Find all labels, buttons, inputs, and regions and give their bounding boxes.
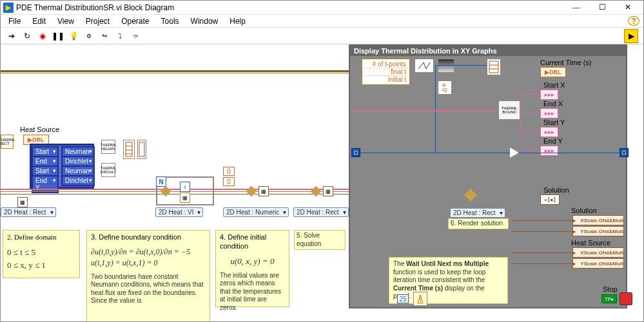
mode-selector-rect[interactable]: 2D Heat : Rect xyxy=(1,207,56,217)
stop-terminal: TF▸ xyxy=(601,294,617,303)
menu-help[interactable]: Help xyxy=(224,15,251,27)
wire xyxy=(520,131,540,132)
note-domain: 2. Define domain 0 ≤ t ≤ 5 0 ≤ x, y ≤ 1 xyxy=(3,230,80,278)
step-into-icon[interactable]: ⤵ xyxy=(114,30,126,42)
build-array-icon-2 xyxy=(137,140,146,159)
thermal-dirichlet-icon: THERML DRCHLT xyxy=(101,163,115,177)
start-x-indicator: ▸▸▸ xyxy=(540,90,558,100)
wire xyxy=(1,73,349,73)
note-header: 5. Solve equation xyxy=(297,232,321,247)
term-text: XScale.Ofst&Mult xyxy=(580,250,623,256)
wire xyxy=(511,231,572,232)
vi-icon-corner[interactable]: ▶ xyxy=(624,29,638,43)
node-icon: ▦ xyxy=(259,186,269,196)
retain-wire-icon[interactable]: ↬ xyxy=(99,30,110,42)
menu-edit[interactable]: Edit xyxy=(27,15,51,27)
term-text: YScale.Ofst&Mult xyxy=(580,261,623,267)
heat-source-yscale: ▸YScale.Ofst&Mult xyxy=(572,258,624,269)
menu-project[interactable]: Project xyxy=(81,15,115,27)
menu-operate[interactable]: Operate xyxy=(116,15,154,27)
run-button[interactable]: ➔ xyxy=(6,30,17,42)
step-over-icon[interactable]: ⤼ xyxy=(130,30,141,42)
cluster-row: # of t-points xyxy=(364,61,408,68)
structure-while-loop[interactable]: Display Thermal Distribution in XY Graph… xyxy=(349,44,627,308)
bundle-node-icon: ▦ xyxy=(17,197,28,207)
menu-file[interactable]: File xyxy=(3,15,26,27)
loop-iteration-icon: i xyxy=(180,182,190,192)
note-text: The initial values are zeros which means… xyxy=(220,272,285,312)
quotient-remainder-icon: R IQ xyxy=(438,80,452,95)
note-header: 2. Define domain xyxy=(7,233,75,242)
structure-header: Display Thermal Distribution in XY Graph… xyxy=(350,46,626,56)
for-loop-n: N xyxy=(156,176,166,187)
svg-rect-8 xyxy=(139,142,144,156)
svg-rect-0 xyxy=(489,61,498,73)
solution-xscale: ▸XScale.Ofst&Mult xyxy=(572,215,624,225)
cluster-row: final t xyxy=(364,68,408,76)
tool-bar: ➔ ↻ ◉ ❚❚ 💡 ⚙︎ ↬ ⤵ ⤼ ▶ xyxy=(1,28,643,44)
wire xyxy=(511,252,572,253)
maximize-button[interactable]: ☐ xyxy=(589,1,615,14)
stop-condition-icon[interactable] xyxy=(620,292,632,305)
run-continuous-button[interactable]: ↻ xyxy=(21,30,33,42)
wire xyxy=(360,153,621,153)
note-text: 6. Render solution xyxy=(451,220,503,227)
block-diagram-canvas[interactable]: Display Thermal Distribution in XY Graph… xyxy=(1,44,643,321)
mode-selector-rect[interactable]: 2D Heat : Rect xyxy=(293,207,349,217)
wire xyxy=(520,149,540,150)
note-line: 0 ≤ t ≤ 5 xyxy=(7,247,75,258)
wait-ms-multiple-icon xyxy=(413,292,427,306)
wire xyxy=(511,263,572,264)
menu-window[interactable]: Window xyxy=(186,15,224,27)
build-table-icon xyxy=(487,59,501,75)
note-boundary: 3. Define boundary condition ∂u(t,0,y)/∂… xyxy=(86,230,210,321)
loop-tunnel xyxy=(620,148,629,157)
svg-rect-4 xyxy=(126,142,132,156)
context-help-icon[interactable]: ? xyxy=(628,16,639,26)
menu-view[interactable]: View xyxy=(52,15,79,27)
term-text: YScale.Ofst&Mult xyxy=(580,229,623,234)
note-line: u(0, x, y) = 0 xyxy=(220,256,285,267)
solution-yscale: ▸YScale.Ofst&Mult xyxy=(572,226,624,236)
enum-endy-label[interactable]: End Y xyxy=(32,175,59,193)
case-node-icon xyxy=(246,186,257,197)
probe-icon[interactable]: ⚙︎ xyxy=(83,30,95,42)
note-header: 3. Define boundary condition xyxy=(91,233,206,242)
note-text: The xyxy=(393,260,406,267)
mode-selector-rect[interactable]: 2D Heat : Rect xyxy=(450,208,505,218)
heat-source-xscale: ▸XScale.Ofst&Mult xyxy=(572,247,624,258)
solution-indicator: ▸[▪] xyxy=(540,194,560,205)
wire xyxy=(617,299,621,299)
render-solution-label: 6. Render solution xyxy=(448,218,509,229)
increment-icon xyxy=(510,147,519,158)
abort-button[interactable]: ◉ xyxy=(37,30,48,42)
wire xyxy=(435,65,487,66)
window-title: PDE Thermal DistributionSR.vi Block Diag… xyxy=(16,3,563,12)
mode-selector-numeric[interactable]: 2D Heat : Numeric xyxy=(223,207,289,217)
heat-source-label: Heat Source xyxy=(20,126,59,133)
stop-label: Stop xyxy=(603,285,618,293)
end-x-label: End X xyxy=(543,100,563,108)
case-node-icon xyxy=(311,186,322,197)
vi-icon: ▶ xyxy=(3,3,14,13)
highlight-exec-icon[interactable]: 💡 xyxy=(68,30,79,42)
start-y-indicator: ▸▸▸ xyxy=(540,127,558,137)
note-text: function is used to keep the loop iterat… xyxy=(393,269,485,284)
start-y-label: Start Y xyxy=(543,118,565,126)
menu-tools[interactable]: Tools xyxy=(156,15,184,27)
menu-bar: File Edit View Project Operate Tools Win… xyxy=(1,15,643,28)
cluster-row: initial t xyxy=(364,76,408,83)
pause-button[interactable]: ❚❚ xyxy=(52,30,64,42)
minimize-button[interactable]: — xyxy=(563,1,589,14)
note-header: 4. Define initial condition xyxy=(220,233,285,251)
end-y-label: End Y xyxy=(543,137,563,145)
case-selector-icon xyxy=(464,189,477,202)
heat-source-terminal-label: Heat Source xyxy=(571,239,610,247)
close-button[interactable]: ✕ xyxy=(615,1,641,14)
node-icon: ▦ xyxy=(323,186,333,196)
mode-selector-vi[interactable]: 2D Heat : VI xyxy=(155,207,203,217)
term-text: XScale.Ofst&Mult xyxy=(580,218,623,223)
enum-endy-val[interactable]: Dirichlet xyxy=(61,175,95,186)
note-text: Two boundaries have constant Neumann con… xyxy=(91,273,206,305)
note-line: u(t,1,y) = u(t,x,1) = 0 xyxy=(91,258,206,268)
